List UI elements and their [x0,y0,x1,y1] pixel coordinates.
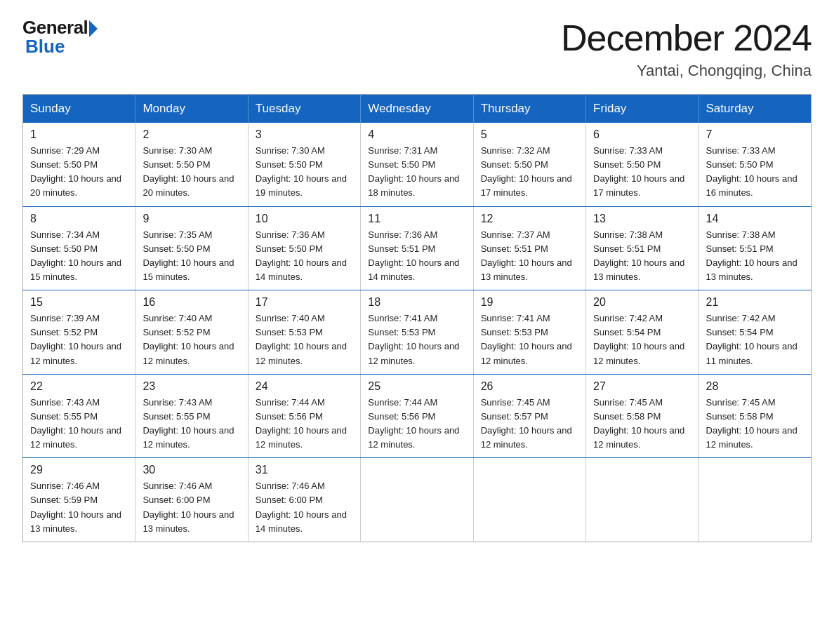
day-info: Sunrise: 7:30 AMSunset: 5:50 PMDaylight:… [143,144,240,201]
column-header-sunday: Sunday [23,95,135,123]
day-info: Sunrise: 7:46 AMSunset: 6:00 PMDaylight:… [143,479,240,536]
calendar-cell: 2Sunrise: 7:30 AMSunset: 5:50 PMDaylight… [135,123,248,206]
day-info: Sunrise: 7:41 AMSunset: 5:53 PMDaylight:… [368,311,465,368]
calendar-cell: 24Sunrise: 7:44 AMSunset: 5:56 PMDayligh… [248,374,360,458]
calendar-cell [699,458,811,542]
calendar-week-row: 22Sunrise: 7:43 AMSunset: 5:55 PMDayligh… [23,374,812,458]
calendar-cell: 7Sunrise: 7:33 AMSunset: 5:50 PMDaylight… [699,123,811,206]
logo-triangle-icon [89,20,98,37]
day-number: 25 [368,380,465,393]
day-info: Sunrise: 7:44 AMSunset: 5:56 PMDaylight:… [368,396,465,452]
day-number: 29 [30,464,128,476]
day-number: 8 [30,213,128,225]
calendar-cell [473,458,585,542]
day-info: Sunrise: 7:45 AMSunset: 5:57 PMDaylight:… [481,396,578,452]
logo-blue-text: Blue [22,36,65,58]
calendar-week-row: 8Sunrise: 7:34 AMSunset: 5:50 PMDaylight… [23,206,812,290]
day-info: Sunrise: 7:36 AMSunset: 5:51 PMDaylight:… [368,228,465,285]
day-info: Sunrise: 7:46 AMSunset: 5:59 PMDaylight:… [30,479,128,536]
calendar-cell [361,458,473,542]
calendar-cell: 10Sunrise: 7:36 AMSunset: 5:50 PMDayligh… [248,206,360,290]
calendar-cell: 8Sunrise: 7:34 AMSunset: 5:50 PMDaylight… [23,206,135,290]
calendar-header-row: SundayMondayTuesdayWednesdayThursdayFrid… [23,95,812,123]
column-header-tuesday: Tuesday [248,95,360,123]
location-label: Yantai, Chongqing, China [561,62,812,80]
day-info: Sunrise: 7:42 AMSunset: 5:54 PMDaylight:… [706,311,804,368]
day-info: Sunrise: 7:43 AMSunset: 5:55 PMDaylight:… [143,396,240,452]
calendar-cell: 12Sunrise: 7:37 AMSunset: 5:51 PMDayligh… [473,206,585,290]
day-info: Sunrise: 7:31 AMSunset: 5:50 PMDaylight:… [368,144,465,201]
calendar-week-row: 1Sunrise: 7:29 AMSunset: 5:50 PMDaylight… [23,123,812,206]
title-block: December 2024 Yantai, Chongqing, China [561,17,812,80]
calendar-cell: 23Sunrise: 7:43 AMSunset: 5:55 PMDayligh… [135,374,248,458]
day-info: Sunrise: 7:40 AMSunset: 5:53 PMDaylight:… [256,311,353,368]
calendar-cell: 6Sunrise: 7:33 AMSunset: 5:50 PMDaylight… [586,123,699,206]
calendar-cell: 22Sunrise: 7:43 AMSunset: 5:55 PMDayligh… [23,374,135,458]
day-number: 16 [143,296,240,309]
calendar-cell: 26Sunrise: 7:45 AMSunset: 5:57 PMDayligh… [473,374,585,458]
day-number: 3 [256,128,353,141]
month-title: December 2024 [561,17,812,59]
day-info: Sunrise: 7:35 AMSunset: 5:50 PMDaylight:… [143,228,240,285]
calendar-cell: 14Sunrise: 7:38 AMSunset: 5:51 PMDayligh… [699,206,811,290]
calendar-cell: 29Sunrise: 7:46 AMSunset: 5:59 PMDayligh… [23,458,135,542]
calendar-cell: 30Sunrise: 7:46 AMSunset: 6:00 PMDayligh… [135,458,248,542]
day-info: Sunrise: 7:37 AMSunset: 5:51 PMDaylight:… [481,228,578,285]
day-number: 19 [481,296,578,309]
calendar-cell [586,458,699,542]
day-number: 18 [368,296,465,309]
day-number: 27 [593,380,691,393]
calendar-cell: 11Sunrise: 7:36 AMSunset: 5:51 PMDayligh… [361,206,473,290]
day-info: Sunrise: 7:45 AMSunset: 5:58 PMDaylight:… [706,396,804,452]
calendar-table: SundayMondayTuesdayWednesdayThursdayFrid… [22,94,812,542]
calendar-cell: 15Sunrise: 7:39 AMSunset: 5:52 PMDayligh… [23,290,135,375]
day-number: 5 [481,128,578,141]
calendar-cell: 18Sunrise: 7:41 AMSunset: 5:53 PMDayligh… [361,290,473,375]
day-info: Sunrise: 7:41 AMSunset: 5:53 PMDaylight:… [481,311,578,368]
calendar-cell: 1Sunrise: 7:29 AMSunset: 5:50 PMDaylight… [23,123,135,206]
calendar-cell: 20Sunrise: 7:42 AMSunset: 5:54 PMDayligh… [586,290,699,375]
day-number: 31 [256,464,353,476]
day-info: Sunrise: 7:34 AMSunset: 5:50 PMDaylight:… [30,228,128,285]
calendar-cell: 9Sunrise: 7:35 AMSunset: 5:50 PMDaylight… [135,206,248,290]
calendar-cell: 21Sunrise: 7:42 AMSunset: 5:54 PMDayligh… [699,290,811,375]
day-info: Sunrise: 7:46 AMSunset: 6:00 PMDaylight:… [256,479,353,536]
day-info: Sunrise: 7:33 AMSunset: 5:50 PMDaylight:… [706,144,804,201]
day-info: Sunrise: 7:43 AMSunset: 5:55 PMDaylight:… [30,396,128,452]
day-number: 15 [30,296,128,309]
logo: General Blue [22,17,98,58]
day-number: 17 [256,296,353,309]
day-number: 6 [593,128,691,141]
calendar-cell: 16Sunrise: 7:40 AMSunset: 5:52 PMDayligh… [135,290,248,375]
day-number: 30 [143,464,240,476]
column-header-saturday: Saturday [699,95,811,123]
day-number: 1 [30,128,128,141]
day-info: Sunrise: 7:45 AMSunset: 5:58 PMDaylight:… [593,396,691,452]
calendar-cell: 4Sunrise: 7:31 AMSunset: 5:50 PMDaylight… [361,123,473,206]
day-number: 21 [706,296,804,309]
day-info: Sunrise: 7:33 AMSunset: 5:50 PMDaylight:… [593,144,691,201]
page-header: General Blue December 2024 Yantai, Chong… [22,17,812,80]
day-info: Sunrise: 7:32 AMSunset: 5:50 PMDaylight:… [481,144,578,201]
day-number: 20 [593,296,691,309]
calendar-week-row: 15Sunrise: 7:39 AMSunset: 5:52 PMDayligh… [23,290,812,375]
day-number: 28 [706,380,804,393]
calendar-cell: 27Sunrise: 7:45 AMSunset: 5:58 PMDayligh… [586,374,699,458]
calendar-cell: 17Sunrise: 7:40 AMSunset: 5:53 PMDayligh… [248,290,360,375]
day-number: 14 [706,213,804,225]
day-number: 10 [256,213,353,225]
calendar-week-row: 29Sunrise: 7:46 AMSunset: 5:59 PMDayligh… [23,458,812,542]
day-info: Sunrise: 7:40 AMSunset: 5:52 PMDaylight:… [143,311,240,368]
column-header-wednesday: Wednesday [361,95,473,123]
day-info: Sunrise: 7:39 AMSunset: 5:52 PMDaylight:… [30,311,128,368]
day-number: 23 [143,380,240,393]
column-header-thursday: Thursday [473,95,585,123]
calendar-cell: 5Sunrise: 7:32 AMSunset: 5:50 PMDaylight… [473,123,585,206]
day-info: Sunrise: 7:29 AMSunset: 5:50 PMDaylight:… [30,144,128,201]
day-number: 9 [143,213,240,225]
day-number: 12 [481,213,578,225]
calendar-cell: 19Sunrise: 7:41 AMSunset: 5:53 PMDayligh… [473,290,585,375]
calendar-cell: 25Sunrise: 7:44 AMSunset: 5:56 PMDayligh… [361,374,473,458]
day-info: Sunrise: 7:38 AMSunset: 5:51 PMDaylight:… [593,228,691,285]
day-number: 4 [368,128,465,141]
